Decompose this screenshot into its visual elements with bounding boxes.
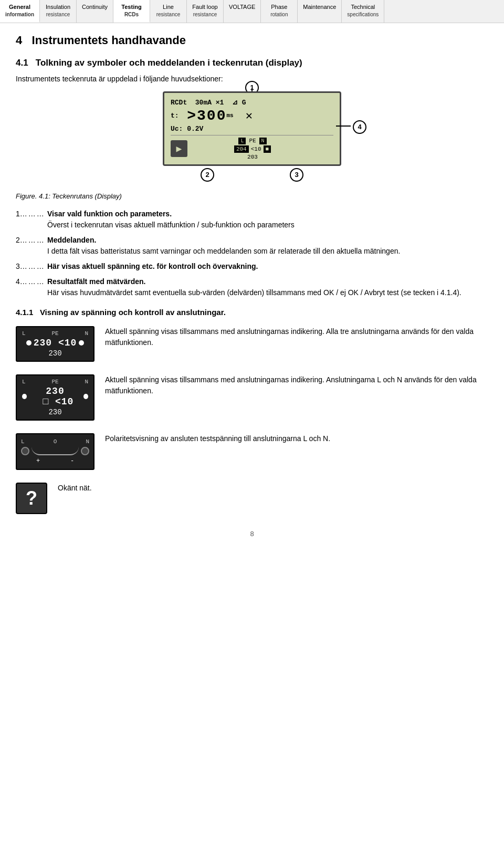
desc-bold-1: Visar vald funktion och parameters. <box>47 210 172 218</box>
desc-text-2: Meddelanden. I detta fält visas batteris… <box>47 235 488 257</box>
circle-4: 4 <box>353 120 366 134</box>
lcd-function: RCDt 30mA ×1 ⊿ G <box>171 98 246 107</box>
lcd-uc: Uc: 0.2V <box>171 125 203 133</box>
page-number: 8 <box>16 530 488 538</box>
lcd-terminal-bottom: 203 <box>247 154 258 160</box>
terminal-val-N: ■ <box>264 145 271 153</box>
conn-N-1: N <box>85 330 88 337</box>
circle-2-container: 2 <box>163 168 252 182</box>
section-number: 4 <box>16 34 22 47</box>
lcd-play-button: ▶ <box>171 140 187 157</box>
terminal-PE-label: PE <box>249 138 256 144</box>
nav-line-resistance[interactable]: Line resistance <box>150 0 187 23</box>
nav-general-label: General <box>9 4 30 10</box>
nav-technical[interactable]: Technical specifications <box>342 0 384 23</box>
pol-signs: + - <box>21 457 89 465</box>
conn-row-4: ? Okänt nät. <box>16 483 488 514</box>
nav-continuity[interactable]: Continuity <box>77 0 113 23</box>
conn-row-1: L PE N 230 <10 230 Aktuell spänning visa… <box>16 326 488 362</box>
display-diagram-container: 1 RCDt 30mA ×1 ⊿ G t: >300 ms ✕ Uc <box>16 91 488 182</box>
desc-item-3: 3……… Här visas aktuell spänning etc. för… <box>16 261 488 272</box>
nav-maintenance[interactable]: Maintenance <box>298 0 342 23</box>
lcd-row-1: RCDt 30mA ×1 ⊿ G <box>171 98 333 107</box>
nav-insulation-sub: resistance <box>46 12 70 17</box>
nav-phase-rotation-label: Phase <box>271 4 287 10</box>
circle-2: 2 <box>201 168 214 182</box>
play-icon: ▶ <box>176 143 182 154</box>
conn-value-2: 230 □ <10 <box>29 386 82 407</box>
lcd-t-label: t: <box>171 112 187 120</box>
display-outer: 1 RCDt 30mA ×1 ⊿ G t: >300 ms ✕ Uc <box>163 91 341 182</box>
subsubsection-number: 4.1.1 <box>16 308 33 317</box>
dot-N-1 <box>79 340 84 346</box>
lcd-terminal-top: L PE N <box>238 138 266 144</box>
nav-continuity-label: Continuity <box>82 4 108 10</box>
conn-row-2: L PE N 230 □ <10 230 Aktuell spänning vi… <box>16 374 488 421</box>
polarity-arc <box>21 447 89 455</box>
conn-L-2: L <box>22 379 26 385</box>
nav-general-sub: information <box>5 12 34 17</box>
nav-voltage[interactable]: VOLTAGE <box>224 0 261 23</box>
desc-item-2: 2……… Meddelanden. I detta fält visas bat… <box>16 235 488 257</box>
subsection-title: Tolkning av symboler och meddelanden i t… <box>36 58 302 68</box>
subsubsection-heading: 4.1.1 Visning av spänning och kontroll a… <box>16 308 488 317</box>
terminal-L: L <box>238 138 246 144</box>
conn-PE-1: PE <box>51 330 58 337</box>
top-navigation: General information Insulation resistanc… <box>0 0 504 23</box>
conn-desc-2: Aktuell spänning visas tillsammans med a… <box>105 374 488 396</box>
pol-arc-line <box>32 447 79 455</box>
pol-dot-N <box>81 447 89 455</box>
conn-value-1: 230 <10 <box>34 338 77 348</box>
desc-num-4: 4……… <box>16 276 47 298</box>
subsection-number: 4.1 <box>16 58 28 68</box>
section-title: Instrumentets handhavande <box>32 34 186 47</box>
nav-fault-loop-label: Fault loop <box>192 4 217 10</box>
conn-O-3: O <box>54 438 57 445</box>
figure-caption: Figure. 4.1: Teckenrutans (Display) <box>16 192 488 200</box>
conn-desc-3: Polaritetsvisning av ansluten testspänni… <box>105 433 488 444</box>
nav-testing-label: Testing <box>121 4 141 10</box>
conn-terminals-1: L PE N <box>22 330 88 337</box>
desc-item-4: 4……… Resultatfält med mätvärden. Här vis… <box>16 276 488 298</box>
lcd-terminal-values: 204 <10 ■ <box>234 145 271 153</box>
terminal-N: N <box>259 138 267 144</box>
lcd-row-3: Uc: 0.2V <box>171 125 333 133</box>
nav-insulation[interactable]: Insulation resistance <box>40 0 77 23</box>
conn-terminals-3: L O N <box>21 438 89 445</box>
conn-vals-1: 230 <10 <box>22 338 88 348</box>
desc-text-1: Visar vald funktion och parameters. Över… <box>47 208 488 231</box>
page-content: 4 Instrumentets handhavande 4.1 Tolkning… <box>0 23 504 548</box>
desc-bold-3: Här visas aktuell spänning etc. för kont… <box>47 262 258 270</box>
nav-phase-rotation[interactable]: Phase rotation <box>261 0 298 23</box>
nav-line-resistance-label: Line <box>163 4 174 10</box>
nav-maintenance-label: Maintenance <box>303 4 336 10</box>
lcd-unit: ms <box>226 112 233 119</box>
subsection-heading: 4.1 Tolkning av symboler och meddelanden… <box>16 58 488 68</box>
nav-fault-loop[interactable]: Fault loop resistance <box>187 0 224 23</box>
dot-N-2 <box>83 394 88 399</box>
lcd-terminal-display: L PE N 204 <10 ■ 203 <box>234 138 271 160</box>
circle-3: 3 <box>290 168 303 182</box>
nav-general[interactable]: General information <box>0 0 40 23</box>
terminal-lt10: <10 <box>251 146 261 152</box>
conn-bottom-2: 230 <box>22 408 88 416</box>
lcd-x-icon: ✕ <box>239 109 253 123</box>
dot-L-2 <box>22 394 27 399</box>
conn-section: L PE N 230 <10 230 Aktuell spänning visa… <box>16 326 488 514</box>
lcd-row-2: t: >300 ms ✕ <box>171 108 333 124</box>
conn-diagram-3: L O N + - <box>16 433 94 470</box>
nav-insulation-label: Insulation <box>46 4 70 10</box>
conn-PE-2: PE <box>51 379 58 385</box>
conn-N-3: N <box>86 438 89 445</box>
desc-detail-1: Överst i teckenrutan visas aktuell mätfu… <box>47 221 295 229</box>
conn-row-3: L O N + - Polaritetsvisning av ansluten … <box>16 433 488 470</box>
conn-diagram-4: ? <box>16 483 47 514</box>
pol-dot-L <box>21 447 29 455</box>
nav-technical-sub: specifications <box>347 12 379 17</box>
connector-4 <box>336 126 351 127</box>
desc-bold-2: Meddelanden. <box>47 236 96 244</box>
nav-technical-label: Technical <box>351 4 375 10</box>
nav-testing[interactable]: Testing RCDs <box>113 0 150 23</box>
desc-text-3: Här visas aktuell spänning etc. för kont… <box>47 261 488 272</box>
nav-fault-loop-sub: resistance <box>193 12 217 17</box>
